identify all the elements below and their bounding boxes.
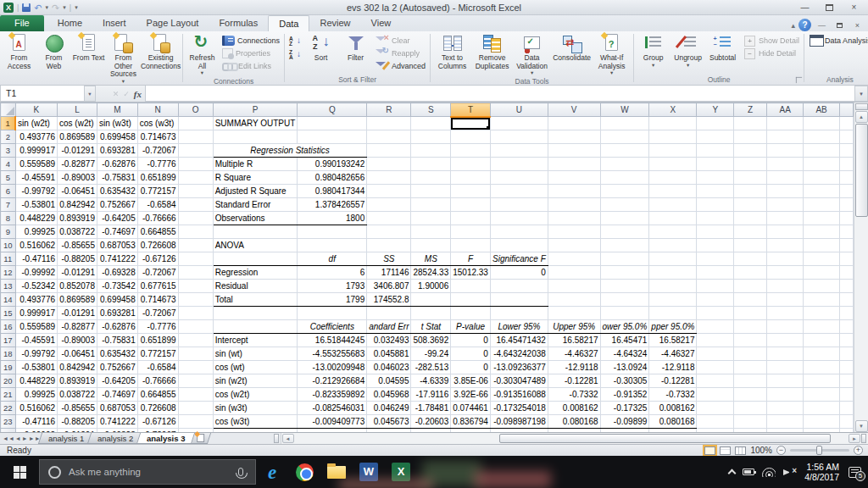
- cell-AB2[interactable]: [804, 130, 840, 144]
- cell-AA17[interactable]: [767, 334, 804, 347]
- row-header-10[interactable]: 10: [1, 239, 16, 252]
- cell-Z10[interactable]: [733, 239, 766, 252]
- cell-partial18[interactable]: [840, 347, 854, 361]
- cell-N7[interactable]: -0.6584: [137, 198, 178, 212]
- row-header-20[interactable]: 20: [1, 374, 16, 388]
- cell-P23[interactable]: cos (w3t): [213, 415, 298, 429]
- cell-P16[interactable]: [213, 320, 298, 334]
- cell-Z14[interactable]: [733, 293, 766, 307]
- cell-Y9[interactable]: [697, 225, 733, 239]
- cell-X11[interactable]: [649, 252, 697, 266]
- cell-Q7[interactable]: 1.378426557: [298, 198, 367, 212]
- cell-W3[interactable]: [600, 144, 649, 158]
- collapse-ribbon-icon[interactable]: ▴: [791, 21, 795, 30]
- cell-L13[interactable]: 0.852078: [58, 280, 97, 293]
- cell-partial22[interactable]: [840, 402, 854, 415]
- tab-data[interactable]: Data: [268, 15, 309, 31]
- cell-T10[interactable]: [451, 239, 491, 252]
- cell-O10[interactable]: [178, 239, 213, 252]
- cell-Y20[interactable]: [697, 374, 733, 388]
- row-header-22[interactable]: 22: [1, 402, 16, 415]
- col-header-R[interactable]: R: [367, 103, 411, 117]
- cell-U16[interactable]: Lower 95%: [490, 320, 548, 334]
- cell-X5[interactable]: [649, 171, 697, 185]
- cell-L19[interactable]: 0.842942: [58, 361, 97, 374]
- col-header-partial[interactable]: [840, 103, 854, 117]
- row-header-2[interactable]: 2: [1, 130, 16, 144]
- cell-V16[interactable]: Upper 95%: [548, 320, 600, 334]
- cell-AA10[interactable]: [767, 239, 804, 252]
- cell-T22[interactable]: 0.074461: [451, 402, 491, 415]
- cell-AA23[interactable]: [767, 415, 804, 429]
- cell-S23[interactable]: -0.20603: [411, 415, 451, 429]
- cell-AA11[interactable]: [767, 252, 804, 266]
- battery-icon[interactable]: [743, 469, 754, 475]
- cell-Y2[interactable]: [697, 130, 733, 144]
- cell-R3[interactable]: [367, 144, 411, 158]
- row-header-3[interactable]: 3: [1, 144, 16, 158]
- cell-V10[interactable]: [548, 239, 600, 252]
- cell-R5[interactable]: [367, 171, 411, 185]
- cell-O22[interactable]: [178, 402, 213, 415]
- cell-N3[interactable]: -0.72067: [137, 144, 178, 158]
- cell-U13[interactable]: [490, 280, 548, 293]
- cell-V17[interactable]: 16.58217: [548, 334, 600, 347]
- cell-M13[interactable]: -0.73542: [97, 280, 137, 293]
- cell-M4[interactable]: -0.62876: [97, 158, 137, 171]
- col-header-X[interactable]: X: [649, 103, 697, 117]
- cell-N10[interactable]: 0.726608: [137, 239, 178, 252]
- cell-T2[interactable]: [451, 130, 491, 144]
- horizontal-scroll-thumb[interactable]: [499, 434, 831, 443]
- cell-Z5[interactable]: [733, 171, 766, 185]
- cell-O17[interactable]: [178, 334, 213, 347]
- normal-view-icon[interactable]: [704, 446, 715, 455]
- cell-Q12[interactable]: 6: [298, 266, 367, 280]
- cell-partial5[interactable]: [840, 171, 854, 185]
- cell-Z21[interactable]: [733, 388, 766, 402]
- row-header-7[interactable]: 7: [1, 198, 16, 212]
- cell-N8[interactable]: -0.76666: [137, 212, 178, 225]
- cell-partial19[interactable]: [840, 361, 854, 374]
- cell-Y11[interactable]: [697, 252, 733, 266]
- cell-P19[interactable]: cos (wt): [213, 361, 298, 374]
- cell-AB5[interactable]: [804, 171, 840, 185]
- cell-N1[interactable]: cos (w3t): [137, 117, 178, 130]
- cell-AA5[interactable]: [767, 171, 804, 185]
- cell-X6[interactable]: [649, 185, 697, 198]
- cell-R12[interactable]: 171146: [367, 266, 411, 280]
- scroll-up-icon[interactable]: ▲: [855, 111, 868, 123]
- cell-AA15[interactable]: [767, 307, 804, 320]
- expand-formula-bar-icon[interactable]: ▾: [854, 86, 868, 102]
- cell-Y21[interactable]: [697, 388, 733, 402]
- previous-sheet-icon[interactable]: ◄: [15, 435, 21, 441]
- cell-X8[interactable]: [649, 212, 697, 225]
- cell-W7[interactable]: [600, 198, 649, 212]
- cell-L20[interactable]: 0.893919: [58, 374, 97, 388]
- cell-U12[interactable]: 0: [490, 266, 548, 280]
- start-button[interactable]: [0, 456, 39, 488]
- cell-AA16[interactable]: [767, 320, 804, 334]
- cell-X16[interactable]: pper 95.0%: [649, 320, 697, 334]
- cell-W18[interactable]: -4.64324: [600, 347, 649, 361]
- cell-R20[interactable]: 0.04595: [367, 374, 411, 388]
- cell-partial1[interactable]: [840, 117, 854, 130]
- cell-T3[interactable]: [451, 144, 491, 158]
- cell-X1[interactable]: [649, 117, 697, 130]
- col-header-AB[interactable]: AB: [804, 103, 840, 117]
- cell-Y15[interactable]: [697, 307, 733, 320]
- cell-S15[interactable]: [411, 307, 451, 320]
- from-web-button[interactable]: From Web: [36, 32, 71, 73]
- cell-K21[interactable]: 0.99925: [15, 388, 57, 402]
- row-header-12[interactable]: 12: [1, 266, 16, 280]
- row-header-14[interactable]: 14: [1, 293, 16, 307]
- cell-AA18[interactable]: [767, 347, 804, 361]
- cell-W16[interactable]: ower 95.0%: [600, 320, 649, 334]
- cell-L15[interactable]: -0.01291: [58, 307, 97, 320]
- col-header-V[interactable]: V: [548, 103, 600, 117]
- cell-Z13[interactable]: [733, 280, 766, 293]
- cell-K14[interactable]: 0.493776: [15, 293, 57, 307]
- cell-Q4[interactable]: 0.990193242: [298, 158, 367, 171]
- cell-V9[interactable]: [548, 225, 600, 239]
- col-header-N[interactable]: N: [137, 103, 178, 117]
- cell-P2[interactable]: [213, 130, 298, 144]
